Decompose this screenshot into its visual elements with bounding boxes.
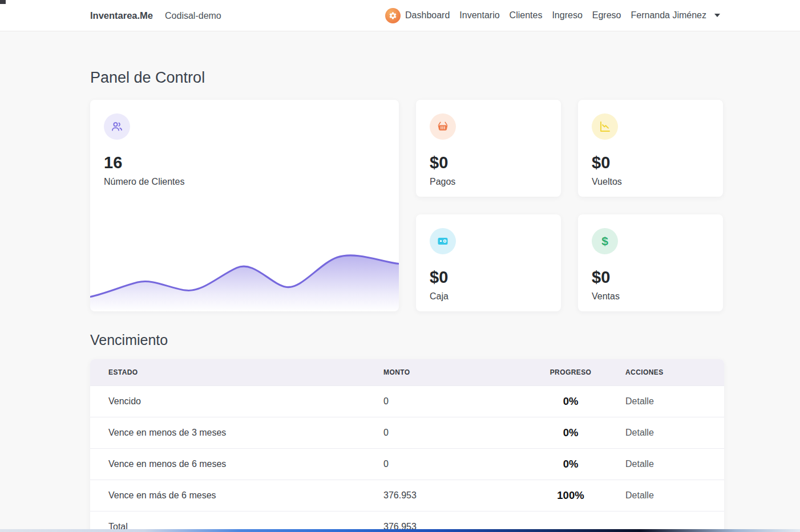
caja-label: Caja bbox=[430, 291, 547, 302]
nav-item-label: Dashboard bbox=[405, 10, 450, 21]
cell-progreso: 0% bbox=[524, 385, 617, 417]
nav-item-inventario[interactable]: Inventario bbox=[459, 10, 499, 21]
chart-line-icon bbox=[592, 113, 618, 140]
table-row: Vence en más de 6 meses 376.953 100% Det… bbox=[90, 480, 724, 511]
stat-cards-grid: 16 Número de Clientes bbox=[90, 100, 724, 311]
nav-links: Dashboard Inventario Clientes Ingreso Eg… bbox=[385, 8, 720, 23]
workspace-name: Codisal-demo bbox=[165, 11, 221, 21]
brand-group: Inventarea.Me Codisal-demo bbox=[90, 10, 221, 21]
nav-item-ingreso[interactable]: Ingreso bbox=[552, 10, 582, 21]
clients-trend-chart bbox=[90, 247, 399, 311]
cell-acciones: Detalle bbox=[617, 385, 724, 417]
col-header-progreso: PROGRESO bbox=[524, 359, 617, 385]
window-corner-artifact bbox=[0, 0, 6, 4]
cell-acciones: Detalle bbox=[617, 417, 724, 448]
table-row: Vence en menos de 3 meses 0 0% Detalle bbox=[90, 417, 724, 448]
cell-monto: 0 bbox=[383, 417, 524, 448]
cell-estado: Vencido bbox=[90, 385, 383, 417]
cell-acciones: Detalle bbox=[617, 448, 724, 480]
nav-item-clientes[interactable]: Clientes bbox=[510, 10, 543, 21]
detalle-link[interactable]: Detalle bbox=[625, 428, 654, 437]
user-menu[interactable]: Fernanda Jiménez bbox=[631, 10, 720, 21]
table-header-row: ESTADO MONTO PROGRESO ACCIONES bbox=[90, 359, 724, 385]
nav-item-label: Clientes bbox=[510, 10, 543, 21]
top-navigation: Inventarea.Me Codisal-demo Dashboard Inv… bbox=[0, 0, 800, 31]
gear-icon bbox=[385, 8, 401, 23]
cell-progreso: 0% bbox=[524, 417, 617, 448]
cell-monto: 0 bbox=[383, 385, 524, 417]
nav-item-label: Egreso bbox=[592, 10, 621, 21]
page-title: Panel de Control bbox=[90, 69, 724, 86]
detalle-link[interactable]: Detalle bbox=[625, 459, 654, 469]
basket-icon bbox=[430, 113, 456, 140]
ventas-value: $0 bbox=[592, 268, 709, 286]
clientes-label: Número de Clientes bbox=[104, 177, 385, 187]
caja-value: $0 bbox=[430, 268, 547, 286]
cash-register-icon bbox=[430, 228, 456, 254]
dollar-icon: $ bbox=[592, 228, 618, 254]
table-row: Vencido 0 0% Detalle bbox=[90, 385, 724, 417]
user-name: Fernanda Jiménez bbox=[631, 10, 706, 21]
brand-logo[interactable]: Inventarea.Me bbox=[90, 10, 153, 21]
chevron-down-icon bbox=[714, 14, 720, 17]
table-row: Vence en menos de 6 meses 0 0% Detalle bbox=[90, 448, 724, 480]
vencimiento-table-card: ESTADO MONTO PROGRESO ACCIONES Vencido 0… bbox=[90, 359, 724, 532]
ventas-label: Ventas bbox=[592, 291, 709, 302]
cell-monto: 0 bbox=[383, 448, 524, 480]
vencimiento-title: Vencimiento bbox=[90, 332, 724, 348]
card-clientes: 16 Número de Clientes bbox=[90, 100, 399, 311]
cell-acciones: Detalle bbox=[617, 480, 724, 511]
nav-item-egreso[interactable]: Egreso bbox=[592, 10, 621, 21]
col-header-acciones: ACCIONES bbox=[617, 359, 724, 385]
cell-estado: Vence en menos de 6 meses bbox=[90, 448, 383, 480]
col-header-estado: ESTADO bbox=[90, 359, 383, 385]
users-icon bbox=[104, 113, 130, 140]
nav-item-label: Inventario bbox=[459, 10, 499, 21]
nav-item-label: Ingreso bbox=[552, 10, 582, 21]
clientes-value: 16 bbox=[104, 153, 385, 172]
pagos-label: Pagos bbox=[430, 177, 547, 187]
cell-progreso: 0% bbox=[524, 448, 617, 480]
cell-monto: 376.953 bbox=[383, 480, 524, 511]
cell-progreso: 100% bbox=[524, 480, 617, 511]
card-vueltos: $0 Vueltos bbox=[578, 100, 723, 197]
card-ventas: $ $0 Ventas bbox=[578, 214, 723, 311]
cell-estado: Vence en menos de 3 meses bbox=[90, 417, 383, 448]
card-pagos: $0 Pagos bbox=[416, 100, 561, 197]
vueltos-value: $0 bbox=[592, 153, 709, 172]
detalle-link[interactable]: Detalle bbox=[625, 396, 654, 406]
main-content: Panel de Control 16 Número de Clientes bbox=[90, 69, 724, 532]
detalle-link[interactable]: Detalle bbox=[625, 490, 654, 500]
vueltos-label: Vueltos bbox=[592, 177, 709, 187]
card-caja: $0 Caja bbox=[416, 214, 561, 311]
nav-item-dashboard[interactable]: Dashboard bbox=[385, 8, 450, 23]
cell-estado: Vence en más de 6 meses bbox=[90, 480, 383, 511]
col-header-monto: MONTO bbox=[383, 359, 524, 385]
pagos-value: $0 bbox=[430, 153, 547, 172]
window-bottom-edge bbox=[0, 529, 800, 532]
vencimiento-table: ESTADO MONTO PROGRESO ACCIONES Vencido 0… bbox=[90, 359, 724, 532]
